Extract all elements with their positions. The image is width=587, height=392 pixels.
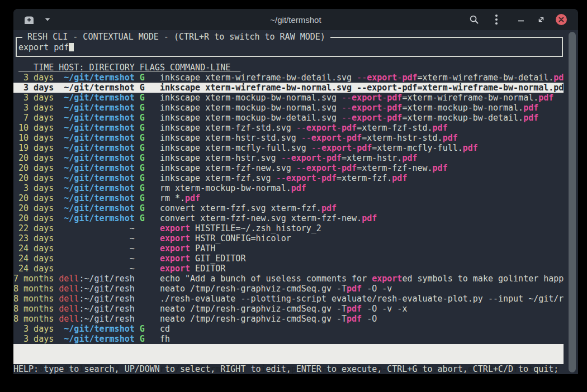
history-row[interactable]: 10 days ~/git/termshot G inkscape xterm-… (13, 123, 564, 133)
history-row[interactable]: 8 months dell:~/git/resh neato /tmp/resh… (13, 314, 564, 324)
history-row[interactable]: 19 days ~/git/termshot G inkscape xterm-… (13, 143, 564, 153)
restore-button[interactable] (534, 12, 548, 27)
close-icon (558, 17, 564, 22)
history-row[interactable]: 3 days ~/git/termshot G fh (13, 334, 564, 344)
terminal-content: RESH CLI - CONTEXTUAL MODE - (CTRL+R to … (13, 30, 578, 374)
history-row[interactable]: 3 days ~/git/termshot G inkscape xterm-w… (13, 83, 564, 93)
desktop-background: ~/git/termshot (0, 0, 587, 392)
history-row[interactable]: 8 months dell:~/git/resh ./resh-evaluate… (13, 294, 564, 304)
search-icon (469, 15, 479, 25)
restore-icon (537, 16, 545, 23)
scrollbar[interactable] (569, 32, 576, 372)
kebab-menu-icon (495, 14, 498, 25)
history-row[interactable]: 23 days ~ export HSTR_CONFIG=hicolor (13, 233, 564, 243)
history-row[interactable]: 8 months dell:~/git/resh neato /tmp/resh… (13, 304, 564, 314)
history-row[interactable]: 8 months dell:~/git/resh neato /tmp/resh… (13, 284, 564, 294)
close-button[interactable] (556, 14, 567, 25)
search-box-frame: RESH CLI - CONTEXTUAL MODE - (CTRL+R to … (16, 37, 563, 57)
titlebar-right-controls (467, 12, 567, 27)
search-box-title: RESH CLI - CONTEXTUAL MODE - (CTRL+R to … (22, 32, 330, 42)
search-query: export pdf (18, 42, 69, 52)
history-row[interactable]: 20 days ~/git/termshot G rm *.pdf (13, 193, 564, 203)
history-row[interactable]: 24 days ~ export GIT_EDITOR (13, 254, 564, 264)
history-row[interactable]: 3 days ~/git/termshot G inkscape xterm-w… (13, 73, 564, 83)
minimize-button[interactable] (514, 12, 528, 27)
history-row[interactable]: 20 days ~/git/termshot G convert xterm-f… (13, 213, 564, 223)
table-header: TIME HOST: DIRECTORY FLAGS COMMAND-LINE (13, 63, 240, 73)
menu-button[interactable] (490, 12, 503, 27)
history-row[interactable]: 20 days ~/git/termshot G inkscape xterm-… (13, 153, 564, 163)
text-cursor (69, 43, 74, 51)
terminal-window: ~/git/termshot (13, 9, 578, 374)
history-row[interactable]: 7 months dell:~/git/resh echo "Add a bun… (13, 274, 564, 284)
history-row[interactable]: 3 days ~/git/termshot G inkscape xterm-m… (13, 103, 564, 113)
history-row[interactable]: 20 days ~/git/termshot G inkscape xterm-… (13, 173, 564, 183)
history-row[interactable]: 10 days ~/git/termshot G inkscape xterm-… (13, 133, 564, 143)
status-bar: 2020-05-07 17:17:28 tower:~/git/termshot… (13, 344, 564, 364)
history-row[interactable]: 7 days ~/git/termshot G inkscape xterm-m… (13, 113, 564, 123)
history-row[interactable]: 20 days ~/git/termshot G convert xterm-f… (13, 203, 564, 213)
table-header-labels: TIME HOST: DIRECTORY FLAGS COMMAND-LINE (18, 63, 240, 73)
history-row[interactable]: 3 days ~/git/termshot G inkscape xterm-m… (13, 93, 564, 103)
titlebar[interactable]: ~/git/termshot (13, 9, 578, 30)
history-row[interactable]: 24 days ~ export EDITOR (13, 264, 564, 274)
help-bar: HELP: type to search, UP/DOWN to select,… (13, 364, 558, 374)
history-row[interactable]: 20 days ~/git/termshot G inkscape xterm-… (13, 163, 564, 173)
history-row[interactable]: 3 days ~/git/termshot G rm xterm-mockup-… (13, 183, 564, 193)
history-row[interactable]: 24 days ~ export PATH (13, 243, 564, 254)
search-input[interactable]: export pdf (18, 42, 74, 52)
history-row[interactable]: 3 days ~/git/termshot G cd (13, 324, 564, 334)
history-list: 3 days ~/git/termshot G inkscape xterm-w… (13, 73, 564, 344)
minimize-icon (517, 16, 525, 23)
search-button[interactable] (467, 12, 481, 27)
history-row[interactable]: 22 days ~ export HISTFILE=~/.zsh_history… (13, 223, 564, 233)
